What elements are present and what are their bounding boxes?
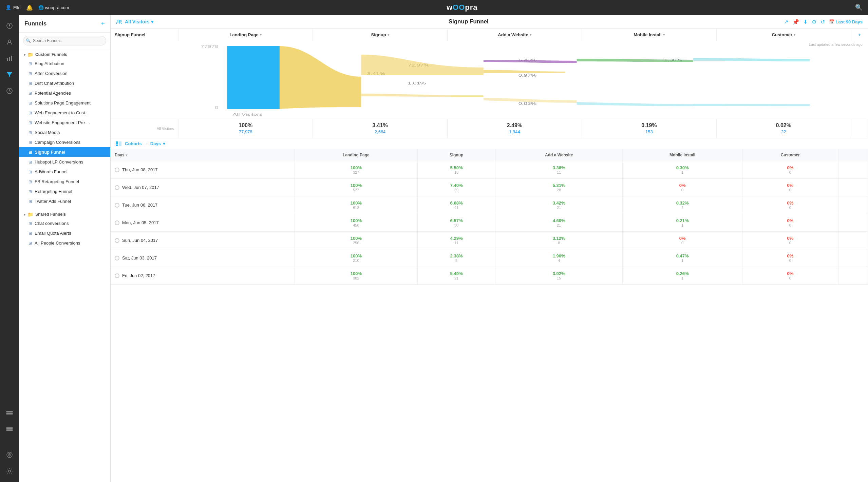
sidebar-item-signup-funnel[interactable]: ⊞ Signup Funnel	[19, 147, 110, 157]
th-days[interactable]: Days ▾	[111, 149, 295, 161]
col-landing-page[interactable]: Landing Page ▾	[178, 29, 313, 41]
sidebar-item-solutions[interactable]: ⊞ Solutions Page Engagement	[19, 98, 110, 108]
row-radio[interactable]	[115, 185, 119, 190]
sidebar-item-label: Email Quota Alerts	[35, 231, 71, 236]
sidebar-item-after-conversion[interactable]: ⊞ After Conversion	[19, 69, 110, 78]
sidebar-item-chat-conversions[interactable]: ⊞ Chat conversions	[19, 218, 110, 228]
search-input[interactable]	[23, 36, 106, 45]
row-radio[interactable]	[115, 203, 119, 208]
sidebar-item-blog-attribution[interactable]: ⊞ Blog Attribution	[19, 59, 110, 69]
sidebar-item-potential-agencies[interactable]: ⊞ Potential Agencies	[19, 88, 110, 98]
cell-col-0: 100%382	[295, 267, 417, 285]
dashboard-icon[interactable]	[3, 19, 16, 33]
add-funnel-button[interactable]: +	[101, 20, 105, 27]
cell-date[interactable]: Sat, Jun 03, 2017	[111, 249, 295, 267]
col-signup[interactable]: Signup ▾	[313, 29, 447, 41]
date-range-button[interactable]: 📅 Last 90 Days	[829, 19, 863, 24]
sidebar-item-fb-retargeting[interactable]: ⊞ FB Retargeting Funnel	[19, 177, 110, 187]
funnel-table: Days ▾ Landing Page Signup Add a Website	[111, 149, 868, 285]
toggle2-icon[interactable]	[3, 422, 16, 436]
custom-funnels-header[interactable]: ▾ 📁 Custom Funnels	[19, 49, 110, 59]
row-radio[interactable]	[115, 220, 119, 225]
stat-count-customer: 22	[781, 129, 786, 134]
shared-funnels-header[interactable]: ▾ 📁 Shared Funnels	[19, 209, 110, 218]
cell-percent: 100%	[299, 271, 413, 276]
settings-icon[interactable]	[3, 464, 16, 478]
cell-count: 0	[747, 206, 834, 210]
nav-right: 🔍	[855, 4, 863, 11]
sidebar-item-retargeting[interactable]: ⊞ Retargeting Funnel	[19, 187, 110, 196]
col-customer[interactable]: Customer ▾	[717, 29, 851, 41]
sidebar-item-drift-chat[interactable]: ⊞ Drift Chat Attribution	[19, 78, 110, 88]
search-icon[interactable]: 🔍	[855, 4, 863, 11]
sidebar-item-website-engagement[interactable]: ⊞ Website Engagement Pre-...	[19, 118, 110, 128]
sidebar-item-campaign-conversions[interactable]: ⊞ Campaign Conversions	[19, 137, 110, 147]
cell-date[interactable]: Wed, Jun 07, 2017	[111, 179, 295, 196]
sidebar-item-label: Chat conversions	[35, 221, 69, 226]
row-radio[interactable]	[115, 168, 119, 172]
cell-percent: 5.31%	[499, 183, 618, 188]
site-link[interactable]: 🌐 woopra.com	[38, 5, 69, 10]
people-icon[interactable]	[3, 35, 16, 49]
funnel-item-icon: ⊞	[29, 140, 32, 145]
sidebar-item-web-engagement[interactable]: ⊞ Web Engagement to Cust...	[19, 108, 110, 118]
sidebar-item-label: Campaign Conversions	[35, 140, 80, 145]
sidebar-item-twitter-ads[interactable]: ⊞ Twitter Ads Funnel	[19, 196, 110, 206]
toggle1-icon[interactable]	[3, 406, 16, 420]
cohorts-label[interactable]: Cohorts → Days ▾	[125, 141, 165, 146]
cell-col-4: 0%0	[742, 161, 838, 179]
cell-date[interactable]: Fri, Jun 02, 2017	[111, 267, 295, 285]
cell-count: 39	[422, 188, 491, 192]
cell-percent: 100%	[299, 200, 413, 206]
row-radio[interactable]	[115, 273, 119, 278]
cell-percent: 100%	[299, 236, 413, 241]
username: Elle	[13, 5, 21, 10]
col-add-website[interactable]: Add a Website ▾	[448, 29, 582, 41]
cell-col-0: 100%613	[295, 196, 417, 214]
share-button[interactable]: ↗	[784, 19, 788, 25]
cell-count: 256	[299, 241, 413, 245]
cell-col-4: 0%0	[742, 214, 838, 232]
settings-button[interactable]: ⚙	[812, 19, 816, 25]
cell-col-3: 0.30%1	[623, 161, 742, 179]
th-landing-page: Landing Page	[295, 149, 417, 161]
sidebar-item-social-media[interactable]: ⊞ Social Media	[19, 128, 110, 137]
cell-count: 210	[299, 258, 413, 263]
col-mobile-install[interactable]: Mobile Install ▾	[582, 29, 716, 41]
svg-point-13	[9, 455, 10, 456]
cell-percent: 100%	[299, 165, 413, 170]
funnel-icon[interactable]	[3, 68, 16, 81]
sidebar-item-adwords[interactable]: ⊞ AdWords Funnel	[19, 167, 110, 177]
bell-icon[interactable]: 🔔	[26, 4, 33, 11]
cell-col-0: 100%256	[295, 232, 417, 249]
add-column-button[interactable]: +	[851, 29, 868, 41]
cell-empty	[838, 249, 868, 267]
cell-date[interactable]: Sun, Jun 04, 2017	[111, 232, 295, 249]
cell-date[interactable]: Tue, Jun 06, 2017	[111, 196, 295, 214]
cell-date[interactable]: Mon, Jun 05, 2017	[111, 214, 295, 232]
calendar-icon: 📅	[829, 19, 834, 24]
row-radio[interactable]	[115, 238, 119, 243]
chevron-down-icon: ▾	[663, 33, 665, 37]
shared-funnels-label: Shared Funnels	[35, 212, 66, 217]
svg-text:All Visitors: All Visitors	[233, 112, 263, 116]
download-button[interactable]: ⬇	[803, 19, 808, 25]
realtime-icon[interactable]	[3, 84, 16, 98]
cell-empty	[838, 267, 868, 285]
all-visitors-button[interactable]: All Visitors ▾	[125, 19, 153, 24]
sidebar-item-email-quota[interactable]: ⊞ Email Quota Alerts	[19, 228, 110, 238]
cell-col-3: 0.47%1	[623, 249, 742, 267]
row-radio[interactable]	[115, 256, 119, 261]
refresh-button[interactable]: ↺	[820, 19, 825, 25]
cell-col-3: 0%0	[623, 232, 742, 249]
sidebar-item-all-people[interactable]: ⊞ All People Conversions	[19, 238, 110, 248]
sidebar-item-hubspot[interactable]: ⊞ Hubspot LP Conversions	[19, 157, 110, 167]
table-row: Fri, Jun 02, 2017100%3825.49%213.92%150.…	[111, 267, 868, 285]
th-empty	[838, 149, 868, 161]
cell-date[interactable]: Thu, Jun 08, 2017	[111, 161, 295, 179]
target-icon[interactable]	[3, 448, 16, 462]
cell-col-0: 100%327	[295, 161, 417, 179]
user-avatar[interactable]: 👤 Elle	[5, 5, 21, 10]
pin-button[interactable]: 📌	[792, 19, 799, 25]
analytics-icon[interactable]	[3, 52, 16, 65]
